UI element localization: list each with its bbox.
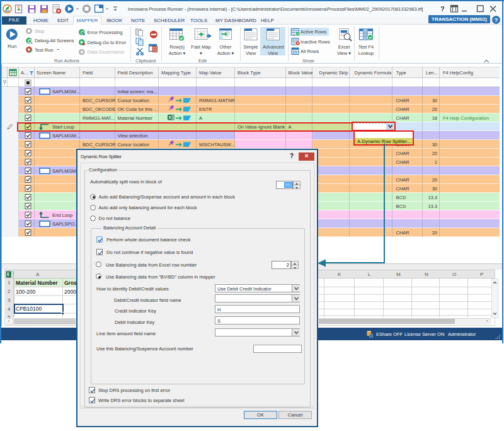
- svg-text:?: ?: [440, 5, 445, 13]
